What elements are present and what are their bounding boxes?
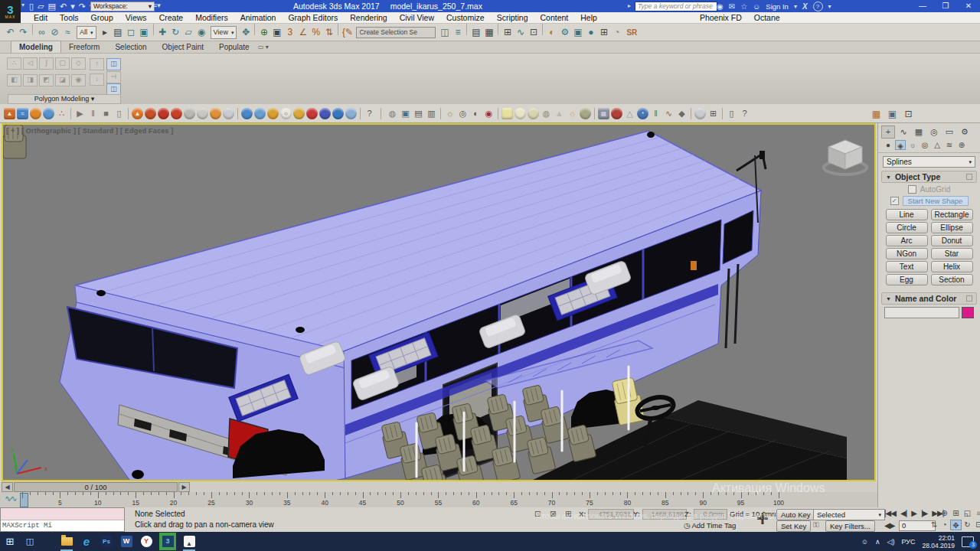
search-collapse-icon[interactable]: ▸ [628, 2, 631, 9]
polygon-modeling-panel-header[interactable]: Polygon Modeling ▾ [8, 94, 121, 104]
octane-emitter-icon[interactable]: △ [624, 108, 635, 119]
workspace-selector[interactable]: Workspace: Default ▾ [90, 2, 155, 11]
new-file-icon[interactable]: ▯ [29, 0, 34, 12]
start-new-shape-button[interactable]: Start New Shape [903, 196, 969, 206]
octane-metal-material-icon[interactable]: ▦ [598, 108, 609, 119]
menu-animation[interactable]: Animation [234, 12, 283, 23]
phoenix-paint-preset-icon[interactable] [306, 108, 318, 119]
z-coordinate-field[interactable]: 0,0mm [694, 509, 727, 520]
undo-icon[interactable]: ↶ [60, 0, 67, 12]
toolbar-overflow-icon[interactable]: ≡▾ [153, 2, 161, 9]
vertex-mode-icon[interactable]: ∴ [7, 57, 21, 70]
save-file-icon[interactable]: ▤ [48, 0, 56, 12]
select-object-icon[interactable]: ▸ [99, 24, 112, 41]
use-pivot-point-center-icon[interactable]: ✥ [239, 24, 252, 41]
go-to-start-button[interactable]: |◀◀ [882, 508, 898, 519]
ground-object[interactable] [132, 470, 144, 479]
phoenix-liquid-sim-icon[interactable]: ≈ [17, 108, 28, 119]
rectangular-selection-region-icon[interactable]: ◻ [125, 24, 138, 41]
rendered-frame-window-icon[interactable]: ▣ [571, 24, 584, 41]
name-and-color-rollout[interactable]: ▼ Name and Color [881, 292, 977, 305]
timeline-current-frame-handle[interactable] [20, 493, 28, 507]
ribbon-tab-modeling[interactable]: Modeling [11, 41, 61, 53]
bind-to-space-warp-icon[interactable]: ≈ [61, 24, 74, 41]
object-color-swatch[interactable] [962, 307, 974, 318]
sr-toolbar-button[interactable]: SR [626, 28, 637, 37]
selection-filter-dropdown[interactable]: All ▾ [77, 26, 96, 39]
phoenix-particles-icon[interactable]: ∴ [56, 108, 67, 119]
pan-view-icon[interactable]: ✥ [950, 520, 962, 530]
object-type-rollout[interactable]: ▼ Object Type [881, 171, 977, 183]
menu-octane[interactable]: Octane [748, 12, 786, 23]
octane-settings-icon[interactable]: ⊞ [707, 108, 719, 119]
menu-views[interactable]: Views [119, 12, 153, 23]
selection-lock-icon[interactable]: ⊠ [550, 510, 556, 518]
octane-viewport-render-icon[interactable]: ▣ [400, 108, 411, 119]
reference-coordinate-dropdown[interactable]: View ▾ [211, 26, 237, 39]
maxscript-mini-listener[interactable]: MAXScript Mi [0, 507, 125, 532]
octane-camera-icon[interactable]: ◎ [457, 108, 469, 119]
menu-rendering[interactable]: Rendering [344, 12, 393, 23]
zoom-icon[interactable]: ⊕ [939, 508, 950, 519]
volume-icon[interactable]: ◁) [887, 538, 895, 546]
phoenix-gasoline-preset-icon[interactable] [171, 108, 182, 119]
select-and-link-icon[interactable]: ∞ [35, 24, 48, 41]
render-elements-icon[interactable]: ▣ [886, 106, 899, 122]
ribbon-toggle-top-icon[interactable]: ◫ [106, 58, 121, 70]
window-crossing-icon[interactable]: ▣ [138, 24, 151, 41]
select-and-place-icon[interactable]: ◉ [195, 24, 208, 41]
shape-button-ellipse[interactable]: Ellipse [931, 222, 973, 233]
phoenix-help-icon[interactable]: ? [364, 108, 375, 119]
word-button[interactable]: W [116, 532, 136, 551]
absolute-mode-icon[interactable]: ⊞ [565, 510, 571, 518]
field-of-view-icon[interactable]: ◔ [939, 520, 950, 530]
isolate-selection-icon[interactable]: ⊡ [534, 510, 541, 518]
cameras-subtab[interactable]: ◎ [920, 140, 930, 150]
edge-mode-icon[interactable]: ◁ [23, 57, 38, 70]
sign-in-button[interactable]: Sign In [766, 2, 789, 11]
menu-help[interactable]: Help [574, 12, 603, 23]
hierarchy-tab[interactable]: ▦ [912, 126, 926, 139]
select-and-rotate-icon[interactable]: ↻ [169, 24, 182, 41]
shape-button-section[interactable]: Section [931, 274, 973, 285]
time-slider-next-button[interactable]: ▶ [178, 482, 190, 492]
redo-icon[interactable]: ↷ [79, 0, 86, 12]
create-tab[interactable]: + [881, 126, 895, 139]
shape-button-ngon[interactable]: NGon [886, 248, 928, 259]
keyboard-shortcut-override-icon[interactable]: ▣ [270, 24, 283, 41]
edit-named-selection-sets-icon[interactable]: {✎ [341, 24, 354, 41]
phoenix-candle-preset-icon[interactable] [210, 108, 221, 119]
zoom-all-icon[interactable]: ⊞ [950, 508, 962, 519]
x-coordinate-field[interactable]: 4751,8931 [588, 509, 634, 520]
redo-icon[interactable]: ↷ [17, 24, 30, 41]
octane-scatter-icon[interactable]: * [637, 108, 648, 119]
menu-content[interactable]: Content [534, 12, 574, 23]
octane-fur-icon[interactable]: ∿ [663, 108, 675, 119]
application-menu-arrow-icon[interactable]: ▾ [21, 2, 24, 8]
menu-edit[interactable]: Edit [28, 12, 54, 23]
phoenix-cigarette-preset-icon[interactable] [197, 108, 208, 119]
octane-imager-icon[interactable]: ◐ [470, 108, 482, 119]
signin-user-icon[interactable]: ☺ [753, 2, 760, 11]
select-and-move-icon[interactable]: ✚ [156, 24, 169, 41]
toggle-scene-explorer-icon[interactable]: ▤ [469, 24, 482, 41]
application-menu-button[interactable]: 3 MAX [0, 0, 21, 23]
utilities-tab[interactable]: ⚙ [958, 126, 972, 139]
octane-device-icon[interactable]: ▯ [726, 108, 737, 119]
menu-civil-view[interactable]: Civil View [394, 12, 440, 23]
phoenix-ink-preset-icon[interactable] [319, 108, 331, 119]
current-frame-field[interactable]: 0 [899, 520, 936, 531]
menu-tools[interactable]: Tools [54, 12, 85, 23]
ribbon-tab-freeform[interactable]: Freeform [61, 41, 108, 53]
octane-sun-icon[interactable]: ☼ [567, 108, 578, 119]
3dsmax-taskbar-button[interactable]: 3 [156, 532, 179, 551]
align-icon[interactable]: ≡ [451, 24, 464, 41]
phoenix-fire-preset-icon[interactable]: ▲ [132, 108, 143, 119]
shapes-subtab[interactable]: ◈ [895, 140, 906, 150]
auto-key-button[interactable]: Auto Key [776, 509, 815, 520]
key-step-icon[interactable]: ◀▶ [882, 520, 897, 531]
shape-button-line[interactable]: Line [886, 209, 928, 220]
maximize-viewport-icon[interactable]: ⊡ [973, 520, 980, 530]
polygon-mode-icon[interactable]: ▢ [55, 57, 70, 70]
menu-modifiers[interactable]: Modifiers [189, 12, 234, 23]
